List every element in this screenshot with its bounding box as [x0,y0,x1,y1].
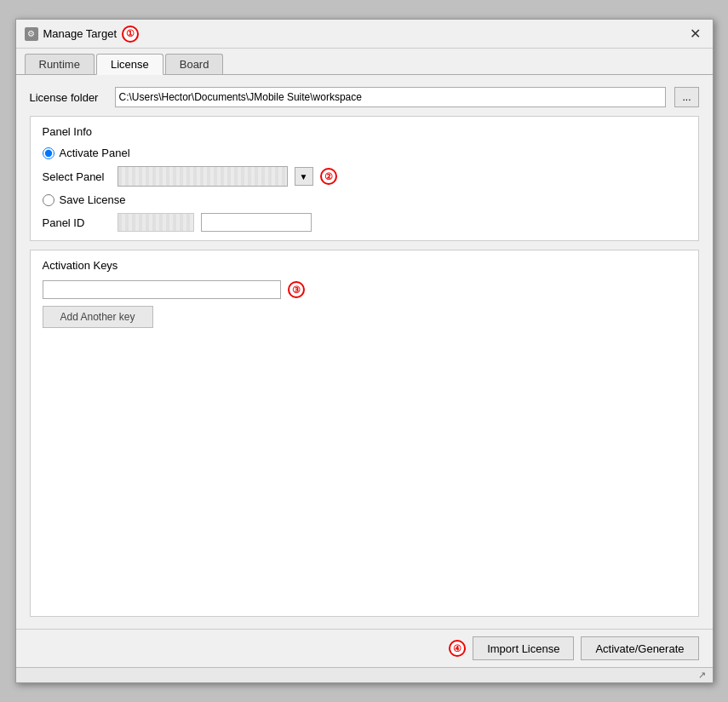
tab-board[interactable]: Board [165,54,224,74]
annotation-1: ① [122,26,139,43]
select-panel-field [118,166,288,187]
activation-keys-section: Activation Keys ③ Add Another key [30,250,699,617]
bottom-bar: ④ Import License Activate/Generate [16,629,713,667]
activate-panel-row: Activate Panel [43,147,686,159]
license-folder-label: License folder [30,91,106,104]
browse-button[interactable]: ... [674,87,698,107]
activate-panel-label: Activate Panel [60,147,130,159]
select-panel-label: Select Panel [43,170,111,183]
activate-panel-radio[interactable] [43,147,54,159]
status-text: ↗ [698,670,706,681]
save-license-radio[interactable] [43,194,54,206]
activation-key-input[interactable] [43,280,281,299]
content-area: License folder ... Panel Info Activate P… [16,75,713,629]
select-panel-dropdown-button[interactable]: ▼ [295,167,313,186]
panel-id-input[interactable] [201,213,312,232]
window-title: Manage Target [43,27,118,40]
main-window: ⚙ Manage Target ① ✕ Runtime License Boar… [15,19,714,683]
panel-info-section: Panel Info Activate Panel Select Panel ▼… [30,116,699,241]
save-license-row: Save License [43,193,686,206]
activation-keys-title: Activation Keys [43,259,686,272]
license-folder-row: License folder ... [30,87,699,107]
tab-runtime[interactable]: Runtime [25,54,95,74]
panel-id-label: Panel ID [43,216,111,229]
panel-info-title: Panel Info [43,125,686,138]
close-button[interactable]: ✕ [686,27,704,41]
license-folder-input[interactable] [115,87,667,107]
save-license-label: Save License [60,193,126,206]
annotation-2: ② [320,168,337,185]
status-bar: ↗ [16,667,713,682]
tab-license[interactable]: License [96,54,163,75]
annotation-3: ③ [288,281,305,298]
import-license-button[interactable]: Import License [473,636,574,660]
annotation-4: ④ [449,640,466,657]
activation-key-row: ③ [43,280,686,299]
window-icon: ⚙ [25,27,38,41]
select-panel-blurred-value [118,167,287,186]
add-another-key-button[interactable]: Add Another key [43,306,153,328]
panel-id-blurred-value [118,213,194,232]
tab-bar: Runtime License Board [16,49,713,75]
activate-generate-button[interactable]: Activate/Generate [581,636,698,660]
title-bar-left: ⚙ Manage Target ① [25,26,140,43]
title-bar: ⚙ Manage Target ① ✕ [16,20,713,49]
panel-id-row: Panel ID [43,213,686,232]
select-panel-row: Select Panel ▼ ② [43,166,686,187]
